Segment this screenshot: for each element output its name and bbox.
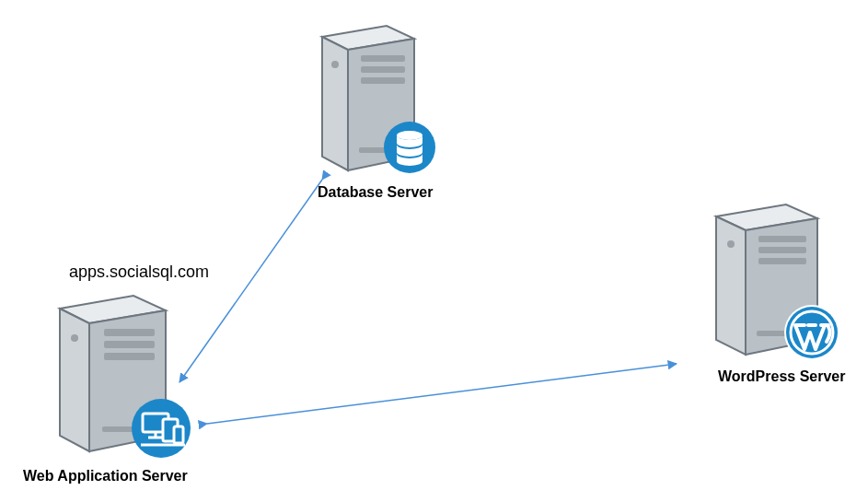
- label-wordpress-server: WordPress Server: [718, 368, 845, 385]
- svg-point-7: [331, 61, 339, 68]
- server-icon: [32, 290, 198, 465]
- node-database-server: [295, 18, 442, 188]
- svg-rect-4: [361, 66, 405, 73]
- annotation-web-app: apps.socialsql.com: [69, 263, 209, 282]
- server-icon: [295, 18, 442, 184]
- edge-web-wp: [207, 364, 677, 424]
- svg-point-9: [397, 131, 422, 140]
- svg-rect-5: [361, 77, 405, 84]
- svg-point-17: [71, 334, 78, 342]
- node-web-app-server: [32, 290, 198, 469]
- label-database-server: Database Server: [318, 184, 433, 201]
- svg-rect-13: [104, 329, 155, 336]
- svg-rect-14: [104, 341, 155, 348]
- svg-rect-28: [758, 236, 806, 242]
- svg-rect-3: [361, 55, 405, 62]
- svg-marker-1: [322, 37, 348, 170]
- svg-rect-23: [174, 426, 183, 443]
- svg-rect-15: [104, 353, 155, 360]
- label-web-app-server: Web Application Server: [23, 468, 188, 484]
- node-wordpress-server: [690, 198, 847, 372]
- svg-marker-11: [60, 309, 89, 451]
- server-icon: [690, 198, 847, 368]
- svg-rect-29: [758, 247, 806, 253]
- svg-point-32: [727, 240, 735, 248]
- svg-marker-26: [716, 216, 746, 355]
- svg-rect-30: [758, 258, 806, 264]
